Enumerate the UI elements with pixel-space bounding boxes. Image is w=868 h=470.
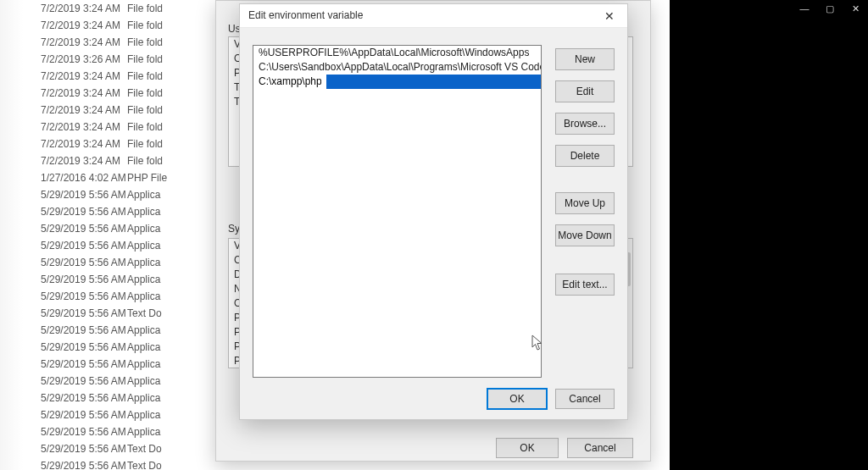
new-button[interactable]: New bbox=[555, 48, 615, 70]
file-type: Text Do bbox=[127, 307, 203, 319]
file-type: Applica bbox=[127, 324, 203, 336]
path-entries-list[interactable]: %USERPROFILE%\AppData\Local\Microsoft\Wi… bbox=[253, 45, 542, 378]
file-date: 7/2/2019 3:26 AM bbox=[0, 53, 127, 65]
file-type: Applica bbox=[127, 223, 203, 235]
env-ok-button[interactable]: OK bbox=[496, 438, 559, 458]
file-date: 7/2/2019 3:24 AM bbox=[0, 36, 127, 48]
file-type: Applica bbox=[127, 257, 203, 268]
file-type: File fold bbox=[127, 36, 203, 48]
file-type: File fold bbox=[127, 53, 203, 65]
file-type: File fold bbox=[127, 3, 203, 14]
dialog-close-button[interactable]: ✕ bbox=[592, 4, 627, 28]
file-type: Text Do bbox=[127, 443, 203, 455]
path-entry-editing[interactable] bbox=[253, 75, 541, 89]
file-type: File fold bbox=[127, 87, 203, 99]
dialog-title: Edit environment variable bbox=[248, 9, 363, 21]
move-up-button[interactable]: Move Up bbox=[555, 192, 615, 214]
file-date: 5/29/2019 5:56 AM bbox=[0, 460, 127, 470]
file-type: Applica bbox=[127, 189, 203, 201]
path-entry[interactable]: C:\Users\Sandbox\AppData\Local\Programs\… bbox=[253, 60, 541, 75]
file-date: 5/29/2019 5:56 AM bbox=[0, 274, 127, 285]
window-controls: — ▢ ✕ bbox=[792, 0, 868, 19]
file-type: Applica bbox=[127, 290, 203, 302]
file-type: Applica bbox=[127, 341, 203, 353]
file-date: 7/2/2019 3:24 AM bbox=[0, 104, 127, 116]
ok-button[interactable]: OK bbox=[487, 389, 547, 409]
file-date: 7/2/2019 3:24 AM bbox=[0, 155, 127, 167]
file-type: Applica bbox=[127, 206, 203, 218]
file-date: 5/29/2019 5:56 AM bbox=[0, 240, 127, 252]
selection-highlight bbox=[326, 75, 541, 89]
file-type: File fold bbox=[127, 104, 203, 116]
maximize-button[interactable]: ▢ bbox=[817, 0, 843, 17]
file-type: File fold bbox=[127, 121, 203, 133]
file-date: 5/29/2019 5:56 AM bbox=[0, 257, 127, 268]
dialog-titlebar[interactable]: Edit environment variable ✕ bbox=[240, 4, 627, 28]
file-type: PHP File bbox=[127, 172, 203, 184]
delete-button[interactable]: Delete bbox=[555, 145, 615, 167]
file-date: 5/29/2019 5:56 AM bbox=[0, 375, 127, 387]
file-type: File fold bbox=[127, 138, 203, 150]
edit-text-button[interactable]: Edit text... bbox=[555, 274, 615, 296]
file-type: Applica bbox=[127, 375, 203, 387]
file-type: Applica bbox=[127, 240, 203, 252]
file-type: Applica bbox=[127, 274, 203, 285]
browse-button[interactable]: Browse... bbox=[555, 113, 615, 135]
edit-button[interactable]: Edit bbox=[555, 80, 615, 102]
path-edit-input[interactable] bbox=[253, 75, 326, 89]
path-entry[interactable]: %USERPROFILE%\AppData\Local\Microsoft\Wi… bbox=[253, 46, 541, 60]
minimize-button[interactable]: — bbox=[792, 0, 817, 17]
file-date: 5/29/2019 5:56 AM bbox=[0, 392, 127, 404]
file-date: 5/29/2019 5:56 AM bbox=[0, 223, 127, 235]
file-date: 5/29/2019 5:56 AM bbox=[0, 426, 127, 438]
file-date: 5/29/2019 5:56 AM bbox=[0, 206, 127, 218]
file-date: 5/29/2019 5:56 AM bbox=[0, 324, 127, 336]
edit-env-variable-dialog: Edit environment variable ✕ %USERPROFILE… bbox=[239, 3, 628, 420]
file-type: File fold bbox=[127, 70, 203, 82]
file-type: Applica bbox=[127, 392, 203, 404]
file-date: 5/29/2019 5:56 AM bbox=[0, 409, 127, 421]
file-date: 1/27/2016 4:02 AM bbox=[0, 172, 127, 184]
file-type: File fold bbox=[127, 19, 203, 31]
file-type: Applica bbox=[127, 358, 203, 370]
move-down-button[interactable]: Move Down bbox=[555, 224, 615, 246]
file-date: 5/29/2019 5:56 AM bbox=[0, 341, 127, 353]
file-date: 7/2/2019 3:24 AM bbox=[0, 19, 127, 31]
file-date: 7/2/2019 3:24 AM bbox=[0, 87, 127, 99]
file-date: 7/2/2019 3:24 AM bbox=[0, 121, 127, 133]
file-date: 5/29/2019 5:56 AM bbox=[0, 290, 127, 302]
file-date: 7/2/2019 3:24 AM bbox=[0, 138, 127, 150]
dark-background: — ▢ ✕ bbox=[670, 0, 868, 470]
file-type: File fold bbox=[127, 155, 203, 167]
file-type: Applica bbox=[127, 409, 203, 421]
cancel-button[interactable]: Cancel bbox=[555, 389, 615, 409]
file-date: 5/29/2019 5:56 AM bbox=[0, 358, 127, 370]
file-type: Text Do bbox=[127, 460, 203, 470]
close-window-button[interactable]: ✕ bbox=[843, 0, 868, 17]
env-cancel-button[interactable]: Cancel bbox=[567, 438, 633, 458]
file-type: Applica bbox=[127, 426, 203, 438]
close-icon: ✕ bbox=[604, 9, 615, 23]
file-date: 7/2/2019 3:24 AM bbox=[0, 3, 127, 14]
file-date: 5/29/2019 5:56 AM bbox=[0, 189, 127, 201]
file-date: 5/29/2019 5:56 AM bbox=[0, 443, 127, 455]
file-date: 5/29/2019 5:56 AM bbox=[0, 307, 127, 319]
file-date: 7/2/2019 3:24 AM bbox=[0, 70, 127, 82]
